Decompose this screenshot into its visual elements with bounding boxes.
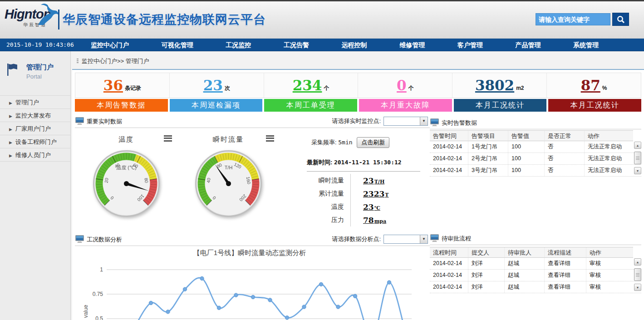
table-row[interactable]: 2014-02-142号龙门吊100否无法正常启动 [430, 153, 641, 165]
sidebar-item-4[interactable]: ▶维修人员门户 [0, 148, 70, 161]
stat-card-3[interactable]: 0个 [358, 73, 452, 98]
sidebar-item-3[interactable]: ▶设备工程师门户 [0, 135, 70, 148]
header-divider [58, 10, 59, 30]
sidebar-item-2[interactable]: ▶厂家用户门户 [0, 122, 70, 135]
reading-value: 23℃ [351, 202, 380, 212]
reading-unit: ℃ [374, 205, 380, 211]
arrow-right-icon: ▶ [9, 127, 12, 132]
reading-value: 2323T [351, 189, 389, 198]
alarm-table-scrollbar: ▲ ▼ [634, 142, 641, 174]
latest-time-row: 最新时间: 2014-11-21 15:30:12 [307, 158, 420, 172]
table-cell: 2014-02-14 [430, 281, 468, 293]
stat-banner-0[interactable]: 本周告警数据 [75, 99, 168, 112]
arrow-right-icon: ▶ [9, 114, 12, 118]
stat-banner-1[interactable]: 本周巡检漏项 [170, 99, 263, 112]
nav-item-3[interactable]: 工况告警 [279, 39, 314, 51]
table-row[interactable]: 2014-02-14刘洋赵城查看详细审核 [430, 281, 641, 293]
stat-card-2[interactable]: 234个 [264, 73, 359, 98]
nav-item-5[interactable]: 维修管理 [395, 39, 429, 51]
search-button[interactable] [612, 13, 629, 26]
nav-item-0[interactable]: 监控中心门户 [86, 39, 133, 51]
reading-row: 温度23℃ [304, 200, 427, 213]
hamburger-menu-icon[interactable] [164, 135, 172, 142]
stat-card-1[interactable]: 23次 [170, 73, 264, 98]
nav-item-7[interactable]: 产品管理 [511, 39, 545, 51]
chevron-down-icon[interactable]: ▼ [420, 117, 428, 125]
monitor-point-select[interactable]: ▼ [383, 117, 428, 126]
stats-strip: 36条记录23次234个0个3802m287% [75, 73, 641, 98]
monitor-icon [75, 235, 84, 244]
stat-card-5[interactable]: 87% [547, 73, 641, 98]
table-cell: 赵城 [504, 258, 544, 269]
nav-item-8[interactable]: 系统管理 [569, 39, 603, 51]
search-input[interactable] [536, 13, 610, 25]
table-row[interactable]: 2014-02-143号龙门吊100否无法正常启动 [430, 165, 641, 177]
latest-time-label: 最新时间: [307, 159, 332, 166]
table-cell: 赵城 [504, 281, 544, 293]
monitor-icon [430, 118, 439, 127]
stat-card-0[interactable]: 36条记录 [75, 73, 170, 98]
reading-value: 78mpa [351, 216, 386, 225]
table-header-cell: 是否正常 [544, 130, 584, 141]
search-icon [616, 15, 625, 24]
chevron-down-icon[interactable]: ▼ [420, 235, 428, 243]
stat-banner-2[interactable]: 本周工单受理 [264, 99, 357, 112]
svg-text:T/H: T/H [225, 165, 233, 170]
monitor-icon [75, 117, 84, 126]
approval-table-scrollbar: ▲ ▼ [634, 258, 641, 291]
refresh-button[interactable]: 点击刷新 [357, 137, 389, 148]
stat-banner-3[interactable]: 本月重大故障 [359, 99, 452, 112]
reading-row: 瞬时流量23T/H [304, 174, 427, 187]
scroll-thumb[interactable] [634, 268, 641, 281]
table-header-cell: 流程描述 [544, 247, 586, 258]
table-cell: 无法正常启动 [584, 165, 633, 176]
monitor-icon [430, 234, 439, 243]
table-cell: 1号龙门吊 [468, 141, 508, 153]
scroll-down-button[interactable]: ▼ [634, 284, 641, 291]
table-cell: 审核 [586, 258, 633, 269]
scroll-up-button[interactable]: ▲ [634, 258, 641, 266]
table-row[interactable]: 2014-02-141号龙门吊100否无法正常启动 [430, 141, 641, 153]
stat-unit: m2 [516, 85, 524, 91]
table-header-cell: 告警值 [508, 130, 544, 141]
svg-text:0.5: 0.5 [95, 315, 103, 320]
monitor-select-label: 请选择实时监控点: [332, 117, 381, 125]
table-cell: 无法正常启动 [584, 153, 633, 164]
table-cell: 无法正常启动 [584, 141, 633, 153]
nav-item-1[interactable]: 可视化管理 [157, 39, 198, 51]
table-cell: 刘洋 [468, 270, 504, 281]
sidebar-menu: ▶管理门户▶监控大屏发布▶厂家用户门户▶设备工程师门户▶维修人员门户 [0, 95, 70, 162]
scroll-up-button[interactable]: ▲ [634, 142, 641, 149]
stat-banner-4[interactable]: 本月工况统计 [454, 99, 547, 112]
main-nav: 2015-10-19 10:43:06 监控中心门户可视化管理工况监控工况告警远… [0, 39, 644, 51]
approval-table: 流程时间提交人待审批人流程描述动作2014-02-14刘洋赵城查看详细审核201… [430, 247, 641, 293]
temperature-gauge: 020406080100温度 (℃) [89, 146, 164, 221]
analysis-select-label: 请选择数据分析点: [332, 235, 381, 243]
nav-item-4[interactable]: 远程控制 [337, 39, 372, 51]
section-title-approval: 待审批流程 [442, 235, 471, 243]
hamburger-menu-icon[interactable] [266, 135, 274, 142]
scroll-down-button[interactable]: ▼ [634, 167, 641, 174]
reading-unit: T [385, 192, 388, 198]
analysis-point-select[interactable]: ▼ [383, 235, 428, 244]
table-row[interactable]: 2014-02-14刘洋赵城查看详细审核 [430, 270, 641, 281]
nav-item-6[interactable]: 客户管理 [453, 39, 487, 51]
nav-item-2[interactable]: 工况监控 [221, 39, 256, 51]
table-cell: 查看详细 [544, 270, 586, 281]
sidebar-item-1[interactable]: ▶监控大屏发布 [0, 108, 70, 122]
sidebar-item-0[interactable]: ▶管理门户 [0, 95, 70, 108]
reading-value: 23T/H [351, 176, 384, 185]
table-cell: 刘洋 [468, 258, 504, 269]
table-cell: 100 [508, 153, 544, 164]
svg-text:value: value [83, 305, 89, 318]
table-header-cell: 动作 [586, 247, 633, 258]
frequency-value: 5min [338, 139, 352, 146]
scroll-thumb[interactable] [634, 152, 641, 164]
stat-card-4[interactable]: 3802m2 [452, 73, 547, 98]
stat-banner-5[interactable]: 本月工况统计 [548, 99, 641, 112]
section-analysis-header: 工况数据分析 请选择数据分析点: ▼ [75, 233, 430, 246]
portal-subtitle: Portal [26, 73, 70, 80]
table-row[interactable]: 2014-02-14刘洋赵城查看详细审核 [430, 258, 641, 270]
stat-value: 234 [293, 79, 322, 93]
table-cell: 2014-02-14 [430, 141, 468, 153]
